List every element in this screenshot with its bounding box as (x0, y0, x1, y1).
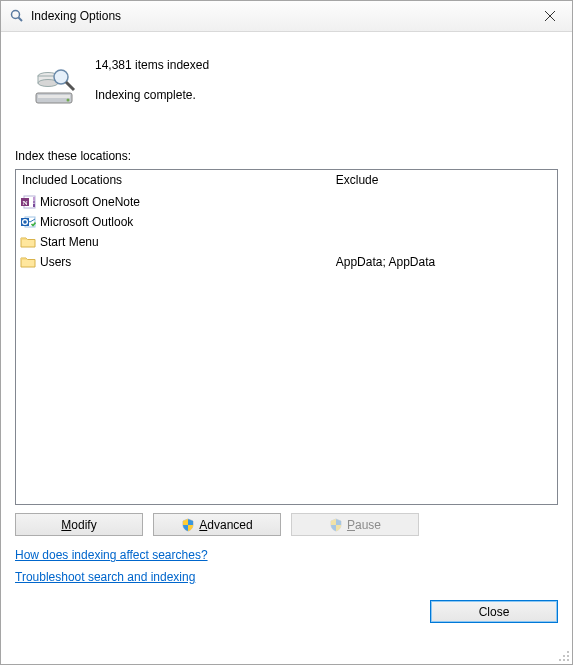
svg-rect-15 (33, 204, 35, 207)
footer-row: Close (15, 600, 558, 623)
list-item-name: Microsoft Outlook (40, 215, 133, 229)
svg-point-26 (567, 659, 569, 661)
svg-point-21 (567, 651, 569, 653)
close-icon (545, 11, 555, 21)
svg-text:N: N (22, 199, 27, 207)
content-area: 14,381 items indexed Indexing complete. … (1, 32, 572, 664)
list-item-name: Microsoft OneNote (40, 195, 140, 209)
svg-point-11 (67, 99, 70, 102)
list-item-name: Users (40, 255, 71, 269)
svg-point-7 (54, 70, 68, 84)
status-row: 14,381 items indexed Indexing complete. (15, 44, 558, 117)
modify-button-rest: odify (71, 518, 96, 532)
svg-point-22 (563, 655, 565, 657)
indexing-state-text: Indexing complete. (95, 88, 558, 102)
advanced-button[interactable]: Advanced (153, 513, 281, 536)
svg-point-23 (567, 655, 569, 657)
magnifier-icon (9, 8, 25, 24)
list-item-exclude: AppData; AppData (330, 255, 557, 269)
titlebar: Indexing Options (1, 1, 572, 32)
status-icon-column (15, 58, 95, 109)
troubleshoot-link[interactable]: Troubleshoot search and indexing (15, 570, 195, 584)
indexing-options-window: Indexing Options (0, 0, 573, 665)
svg-line-8 (66, 82, 74, 90)
svg-point-25 (563, 659, 565, 661)
how-indexing-link[interactable]: How does indexing affect searches? (15, 548, 208, 562)
pause-button: Pause (291, 513, 419, 536)
list-item-name: Start Menu (40, 235, 99, 249)
outlook-icon (20, 214, 36, 230)
window-close-button[interactable] (527, 2, 572, 31)
svg-point-24 (559, 659, 561, 661)
locations-listview[interactable]: Included Locations Exclude N (15, 169, 558, 505)
svg-line-1 (19, 18, 23, 22)
folder-icon (20, 254, 36, 270)
column-header-exclude[interactable]: Exclude (330, 170, 557, 192)
indexed-count-text: 14,381 items indexed (95, 58, 558, 72)
drive-magnifier-icon (31, 66, 79, 109)
locations-section-label: Index these locations: (15, 149, 558, 163)
button-row: Modify Advanced (15, 513, 558, 536)
modify-button[interactable]: Modify (15, 513, 143, 536)
help-links: How does indexing affect searches? Troub… (15, 548, 558, 592)
locations-body: N Microsoft OneNote (16, 192, 557, 504)
list-item[interactable]: Microsoft Outlook (16, 212, 557, 232)
onenote-icon: N (20, 194, 36, 210)
shield-icon (329, 518, 343, 532)
svg-rect-13 (33, 197, 35, 200)
locations-header: Included Locations Exclude (16, 170, 557, 192)
svg-rect-14 (33, 201, 35, 204)
folder-icon (20, 234, 36, 250)
svg-point-0 (12, 11, 20, 19)
status-text-column: 14,381 items indexed Indexing complete. (95, 58, 558, 109)
svg-rect-10 (38, 95, 70, 98)
list-item[interactable]: Start Menu (16, 232, 557, 252)
list-item[interactable]: Users AppData; AppData (16, 252, 557, 272)
window-title: Indexing Options (31, 9, 527, 23)
column-header-included[interactable]: Included Locations (16, 170, 330, 192)
close-button[interactable]: Close (430, 600, 558, 623)
list-item[interactable]: N Microsoft OneNote (16, 192, 557, 212)
resize-grip[interactable] (558, 650, 570, 662)
shield-icon (181, 518, 195, 532)
